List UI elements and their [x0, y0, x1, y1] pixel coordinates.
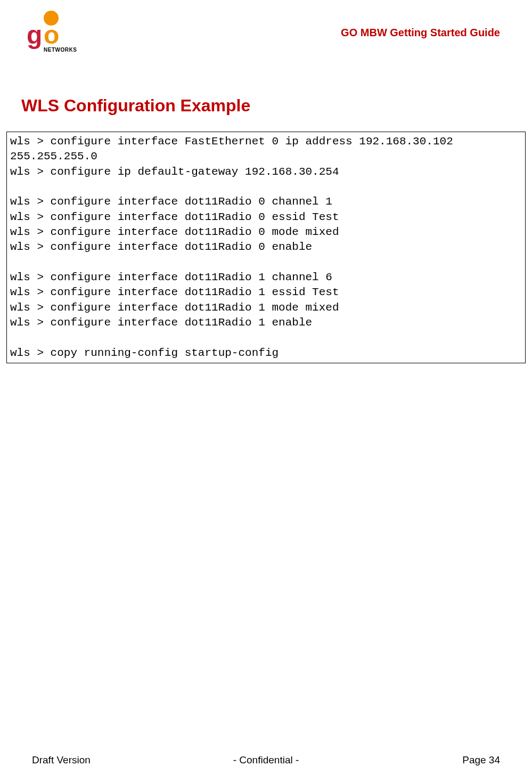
logo-networks-text: NETWORKS [44, 47, 77, 53]
guide-title: GO MBW Getting Started Guide [341, 27, 500, 39]
logo-letter-g: g [27, 20, 42, 50]
footer-confidential: - Confidential - [188, 754, 344, 766]
footer-version: Draft Version [32, 754, 188, 766]
page-footer: Draft Version - Confidential - Page 34 [0, 754, 532, 766]
page-header: g o NETWORKS GO MBW Getting Started Guid… [0, 0, 532, 64]
logo: g o NETWORKS [27, 11, 75, 59]
configuration-code-block: wls > configure interface FastEthernet 0… [6, 132, 526, 363]
section-heading: WLS Configuration Example [21, 96, 532, 116]
logo-letter-o: o [44, 20, 59, 50]
footer-page-number: Page 34 [344, 754, 500, 766]
